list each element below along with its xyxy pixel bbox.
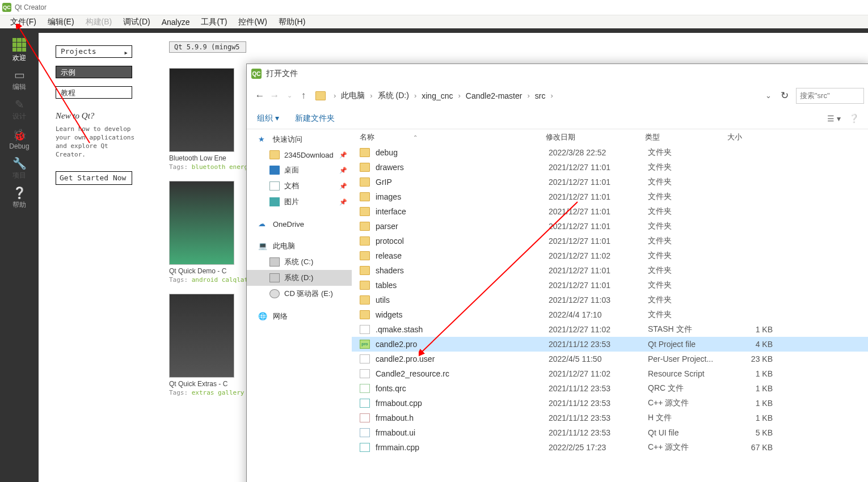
file-name: candle2.pro [376,340,549,349]
menu-item-4[interactable]: Analyze [156,18,196,27]
nav-tutorials[interactable]: 教程 [56,86,132,99]
file-row[interactable]: frmmain.cpp2022/2/25 17:23C++ 源文件67 KB [352,440,868,455]
file-row[interactable]: Candle2_resource.rc2021/12/27 11:02Resou… [352,366,868,381]
sidebar-item[interactable]: 文档📌 [247,178,352,194]
file-name: frmabout.cpp [376,399,549,408]
up-button[interactable]: ↑ [297,90,310,102]
breadcrumb-seg[interactable]: 此电脑 [339,91,366,101]
file-name: .qmake.stash [376,325,549,334]
breadcrumb-seg[interactable]: src [533,91,547,100]
sidebar-item[interactable]: 图片📌 [247,194,352,210]
kit-selector[interactable]: Qt 5.9.9 (mingw5 [169,41,246,53]
breadcrumb-seg[interactable]: xing_cnc [420,91,454,100]
sidebar-item[interactable]: ☁OneDrive [247,217,352,231]
example-card[interactable] [169,294,234,378]
file-row[interactable]: GrIP2021/12/27 11:01文件夹 [352,175,868,189]
breadcrumb-sep: › [524,91,533,100]
file-row[interactable]: parser2021/12/27 11:01文件夹 [352,219,868,234]
folder-icon [360,236,370,246]
file-date: 2022/4/5 11:50 [549,354,648,363]
sidebar-item[interactable]: ★快速访问 [247,132,352,147]
col-size-header[interactable]: 大小 [727,132,770,142]
col-name-header[interactable]: 名称⌃ [360,132,546,142]
menu-item-0[interactable]: 文件(F) [5,17,42,27]
file-row[interactable]: drawers2021/12/27 11:01文件夹 [352,160,868,175]
file-name: interface [376,207,549,216]
organize-menu[interactable]: 组织 ▾ [257,113,279,124]
col-date-header[interactable]: 修改日期 [546,132,645,142]
file-row[interactable]: frmabout.ui2021/11/12 23:53Qt UI file5 K… [352,425,868,440]
file-row[interactable]: procandle2.pro2021/11/12 23:53Qt Project… [352,337,868,352]
sidebar-item[interactable]: 桌面📌 [247,162,352,178]
example-card[interactable] [169,68,234,152]
file-row[interactable]: tables2021/12/27 11:01文件夹 [352,278,868,293]
file-row[interactable]: .qmake.stash2021/12/27 11:02STASH 文件1 KB [352,322,868,337]
dialog-sidebar: ★快速访问2345Download📌桌面📌文档📌图片📌☁OneDrive💻此电脑… [247,129,352,482]
sidebar-item[interactable]: 2345Download📌 [247,147,352,162]
breadcrumb-seg[interactable]: Candle2-master [464,91,524,100]
menu-item-3[interactable]: 调试(D) [117,17,155,27]
file-date: 2021/11/12 23:53 [549,384,648,393]
search-input[interactable] [796,88,864,104]
dialog-toolbar: 组织 ▾ 新建文件夹 ☰ ▾ ❔ [247,108,868,129]
mode-rail: 欢迎 ▭ 编辑 ✎ 设计 🐞 Debug 🔧 项目 ❔ 帮助 [0,33,39,482]
file-name: frmabout.ui [376,428,549,437]
sidebar-item[interactable]: CD 驱动器 (E:) [247,286,352,302]
file-name: Candle2_resource.rc [376,369,549,378]
menu-item-6[interactable]: 控件(W) [233,17,273,27]
file-name: frmabout.h [376,413,549,422]
nav-examples[interactable]: 示例 [56,66,132,78]
sidebar-item[interactable]: 💻此电脑 [247,238,352,254]
nav-projects[interactable]: Projects ▸ [56,45,132,58]
file-row[interactable]: widgets2022/4/4 17:10文件夹 [352,307,868,322]
history-dropdown[interactable]: ⌄ [282,92,297,99]
rail-welcome[interactable]: 欢迎 [2,36,36,65]
welcome-icon [12,38,26,52]
file-row[interactable]: interface2021/12/27 11:01文件夹 [352,204,868,219]
folder-icon [360,192,370,201]
breadcrumbs[interactable]: › 此电脑›系统 (D:)›xing_cnc›Candle2-master›sr… [315,88,756,104]
rail-debug[interactable]: 🐞 Debug [2,125,36,153]
breadcrumb-sep: › [455,91,464,100]
sidebar-label: 桌面 [284,165,299,175]
titlebar: QC Qt Creator [0,0,868,15]
file-row[interactable]: frmabout.cpp2021/11/12 23:53C++ 源文件1 KB [352,396,868,411]
back-button[interactable]: ← [252,90,267,102]
file-row[interactable]: fonts.qrc2021/11/12 23:53QRC 文件1 KB [352,381,868,396]
file-size: 1 KB [730,384,773,393]
file-row[interactable]: images2021/12/27 11:01文件夹 [352,189,868,204]
crumb-dropdown-icon[interactable]: ⌄ [761,91,776,100]
file-row[interactable]: protocol2021/12/27 11:01文件夹 [352,234,868,248]
breadcrumb-seg[interactable]: 系统 (D:) [376,91,411,101]
sidebar-label: 网络 [273,311,288,322]
get-started-button[interactable]: Get Started Now [56,171,132,185]
sidebar-item[interactable]: 🌐网络 [247,308,352,324]
folder-icon [360,148,370,157]
file-type: STASH 文件 [648,324,730,335]
rail-edit[interactable]: ▭ 编辑 [2,66,36,94]
view-options-icon[interactable]: ☰ ▾ [827,114,841,123]
menu-item-1[interactable]: 编辑(E) [42,17,80,27]
sidebar-item[interactable]: 系统 (C:) [247,254,352,270]
help-icon[interactable]: ❔ [849,113,859,124]
file-row[interactable]: debug2022/3/28 22:52文件夹 [352,145,868,160]
file-row[interactable]: candle2.pro.user2022/4/5 11:50Per-User P… [352,352,868,366]
col-type-header[interactable]: 类型 [645,132,727,142]
menu-item-7[interactable]: 帮助(H) [273,17,311,27]
file-size: 23 KB [730,354,773,363]
file-row[interactable]: frmabout.h2021/11/12 23:53H 文件1 KB [352,411,868,425]
sidebar-item[interactable]: 系统 (D:) [247,270,352,286]
file-row[interactable]: shaders2021/12/27 11:01文件夹 [352,263,868,278]
rail-help[interactable]: ❔ 帮助 [2,184,36,212]
nav-tutorials-label: 教程 [61,88,75,97]
desktop-icon [269,166,280,175]
menu-item-5[interactable]: 工具(T) [195,17,233,27]
file-date: 2021/12/27 11:02 [549,251,648,260]
file-size: 67 KB [730,443,773,452]
menubar: 文件(F)编辑(E)构建(B)调试(D)Analyze工具(T)控件(W)帮助(… [0,15,868,28]
file-row[interactable]: utils2021/12/27 11:03文件夹 [352,293,868,307]
example-card[interactable] [169,181,234,265]
new-folder-button[interactable]: 新建文件夹 [295,113,335,124]
refresh-button[interactable]: ↻ [776,90,794,102]
file-row[interactable]: release2021/12/27 11:02文件夹 [352,248,868,263]
